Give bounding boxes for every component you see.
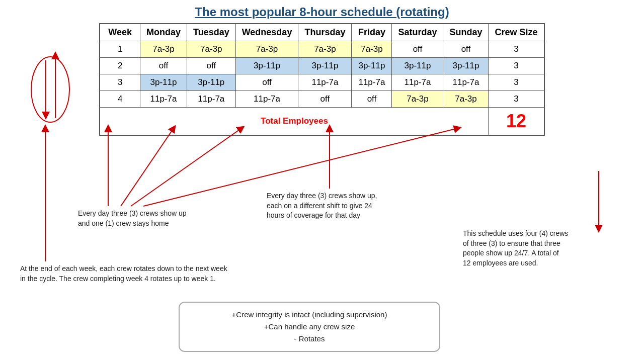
row4-wednesday: 11p-7a <box>235 91 298 108</box>
row2-friday: 3p-11p <box>352 58 392 74</box>
annotation-rotates: At the end of each week, each crew rotat… <box>20 264 227 284</box>
total-label: Total Employees <box>100 108 489 136</box>
row2-monday: off <box>140 58 187 74</box>
row2-wednesday: 3p-11p <box>235 58 298 74</box>
row4-monday: 11p-7a <box>140 91 187 108</box>
row4-sunday: 7a-3p <box>443 91 489 108</box>
schedule-table: Week Monday Tuesday Wednesday Thursday F… <box>99 23 544 136</box>
svg-line-4 <box>121 128 174 206</box>
row3-wednesday: off <box>235 74 298 91</box>
header-tuesday: Tuesday <box>187 24 235 41</box>
row1-sunday: off <box>443 41 489 58</box>
box-line1: +Crew integrity is intact (including sup… <box>232 310 387 319</box>
row2-saturday: 3p-11p <box>392 58 443 74</box>
header-thursday: Thursday <box>298 24 352 41</box>
crew-size-row4: 3 <box>489 91 544 108</box>
row3-thursday: 11p-7a <box>298 74 352 91</box>
header-saturday: Saturday <box>392 24 443 41</box>
row4-thursday: off <box>298 91 352 108</box>
week-3: 3 <box>100 74 140 91</box>
page-title: The most popular 8-hour schedule (rotati… <box>0 0 644 23</box>
box-line2: +Can handle any crew size <box>264 322 355 331</box>
row1-thursday: 7a-3p <box>298 41 352 58</box>
features-box: +Crew integrity is intact (including sup… <box>179 302 440 352</box>
header-sunday: Sunday <box>443 24 489 41</box>
crew-size-row2: 3 <box>489 58 544 74</box>
schedule-table-wrapper: Week Monday Tuesday Wednesday Thursday F… <box>0 23 644 136</box>
crew-size-row3: 3 <box>489 74 544 91</box>
row1-friday: 7a-3p <box>352 41 392 58</box>
header-week: Week <box>100 24 140 41</box>
row3-friday: 11p-7a <box>352 74 392 91</box>
row4-friday: off <box>352 91 392 108</box>
row2-sunday: 3p-11p <box>443 58 489 74</box>
svg-line-5 <box>131 128 242 206</box>
row3-sunday: 11p-7a <box>443 74 489 91</box>
week-4: 4 <box>100 91 140 108</box>
row4-saturday: 7a-3p <box>392 91 443 108</box>
svg-line-6 <box>143 128 458 206</box>
annotation-crews-home: Every day three (3) crews show upand one… <box>78 209 187 228</box>
week-2: 2 <box>100 58 140 74</box>
row3-tuesday: 3p-11p <box>187 74 235 91</box>
header-wednesday: Wednesday <box>235 24 298 41</box>
header-crew-size: Crew Size <box>489 24 544 41</box>
annotation-schedule-info: This schedule uses four (4) crewsof thre… <box>463 229 568 268</box>
annotation-different-shifts: Every day three (3) crews show up,each o… <box>267 191 377 221</box>
week-1: 1 <box>100 41 140 58</box>
row1-saturday: off <box>392 41 443 58</box>
row1-monday: 7a-3p <box>140 41 187 58</box>
crew-size-row1: 3 <box>489 41 544 58</box>
row3-saturday: 11p-7a <box>392 74 443 91</box>
box-line3: - Rotates <box>294 334 325 343</box>
row1-tuesday: 7a-3p <box>187 41 235 58</box>
row1-wednesday: 7a-3p <box>235 41 298 58</box>
row2-thursday: 3p-11p <box>298 58 352 74</box>
row2-tuesday: off <box>187 58 235 74</box>
header-friday: Friday <box>352 24 392 41</box>
row3-monday: 3p-11p <box>140 74 187 91</box>
total-value: 12 <box>489 108 544 136</box>
row4-tuesday: 11p-7a <box>187 91 235 108</box>
header-monday: Monday <box>140 24 187 41</box>
